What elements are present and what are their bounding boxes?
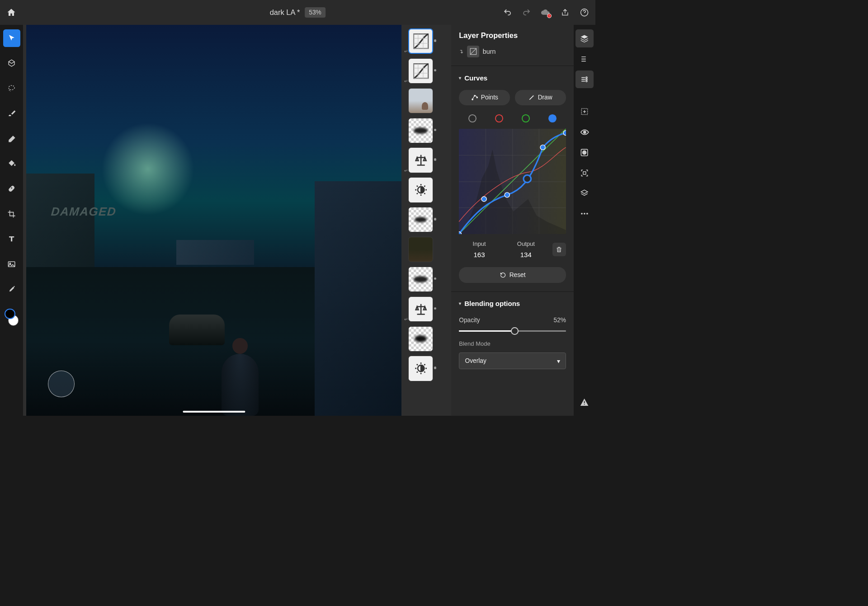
cloud-sync-icon[interactable]: !	[541, 7, 551, 17]
channel-blue[interactable]	[548, 114, 557, 122]
canvas-sign-text: DAMAGED	[51, 205, 117, 219]
left-toolbar	[0, 25, 23, 416]
crop-tool[interactable]	[3, 205, 20, 222]
brush-tool[interactable]	[3, 105, 20, 122]
svg-point-12	[476, 97, 478, 98]
layer-thumb-curves[interactable]	[408, 58, 433, 84]
output-value[interactable]: 134	[506, 251, 547, 258]
svg-point-22	[505, 193, 509, 197]
opacity-slider[interactable]	[459, 330, 566, 332]
layer-type-icon	[467, 46, 479, 57]
canvas[interactable]: DAMAGED	[26, 25, 401, 416]
properties-panel-icon[interactable]	[576, 70, 594, 89]
layer-target-icon[interactable]: ↴	[459, 48, 463, 55]
lasso-tool[interactable]	[3, 80, 20, 97]
layer-thumb-curves[interactable]	[408, 28, 433, 54]
input-value[interactable]: 163	[459, 251, 500, 258]
color-swatches[interactable]	[5, 309, 19, 326]
svg-point-27	[586, 79, 587, 80]
channel-selector	[451, 112, 574, 129]
svg-point-35	[584, 213, 585, 215]
transform-tool[interactable]	[3, 55, 20, 72]
svg-point-28	[586, 80, 587, 82]
channel-green[interactable]	[522, 114, 530, 122]
type-tool[interactable]	[3, 230, 20, 248]
svg-point-36	[586, 213, 588, 215]
eraser-tool[interactable]	[3, 130, 20, 147]
curves-section-header[interactable]: ▾ Curves	[451, 68, 574, 87]
layer-thumb-balance[interactable]	[408, 147, 433, 173]
svg-point-34	[581, 213, 583, 215]
svg-point-21	[481, 197, 486, 202]
channel-rgb[interactable]	[468, 114, 476, 122]
mask-panel-icon[interactable]	[576, 144, 594, 162]
redo-icon[interactable]	[522, 7, 532, 17]
layer-thumb-image[interactable]	[408, 88, 433, 113]
blend-mode-select[interactable]: Overlay ▾	[459, 352, 566, 369]
fill-tool[interactable]	[3, 155, 20, 172]
svg-point-1	[9, 85, 14, 90]
layer-strip: ↵ ↵ ↵ ↵	[401, 25, 435, 416]
layers-panel-icon[interactable]	[576, 29, 594, 47]
alert-badge-icon: !	[547, 14, 552, 18]
chevron-down-icon: ▾	[557, 357, 560, 365]
layer-name[interactable]: burn	[483, 48, 496, 55]
points-button[interactable]: Points	[459, 90, 510, 105]
layer-link-icon: ↵	[404, 49, 408, 54]
layer-actions-icon[interactable]	[576, 50, 594, 68]
properties-panel: Layer Properties ↴ burn ▾ Curves Points …	[451, 25, 574, 416]
visibility-icon[interactable]	[576, 123, 594, 141]
reset-button[interactable]: Reset	[459, 267, 566, 282]
share-icon[interactable]	[560, 7, 570, 17]
svg-point-32	[583, 150, 586, 154]
layer-thumb-brightness[interactable]	[408, 356, 433, 381]
heal-tool[interactable]	[3, 180, 20, 197]
foreground-color-swatch[interactable]	[5, 309, 15, 319]
svg-point-10	[472, 99, 473, 100]
canvas-area: DAMAGED ↵ ↵ ↵ ↵	[23, 25, 451, 416]
svg-point-11	[474, 95, 476, 97]
curves-graph[interactable]	[459, 129, 566, 234]
layer-thumb-brightness[interactable]	[408, 177, 433, 202]
chevron-down-icon: ▾	[459, 301, 461, 306]
help-icon[interactable]	[579, 7, 589, 17]
input-label: Input	[459, 240, 500, 247]
blend-mode-label: Blend Mode	[451, 338, 574, 349]
move-tool[interactable]	[3, 29, 20, 47]
add-layer-icon[interactable]	[576, 103, 594, 121]
opacity-value[interactable]: 52%	[554, 317, 566, 324]
right-rail	[574, 25, 595, 416]
place-image-tool[interactable]	[3, 255, 20, 272]
layer-thumb-mask[interactable]	[408, 267, 433, 292]
layer-link-icon: ↵	[404, 79, 408, 84]
warning-icon[interactable]	[576, 393, 594, 411]
layer-thumb-mask[interactable]	[408, 207, 433, 232]
delete-point-button[interactable]	[552, 243, 566, 256]
svg-point-26	[586, 77, 587, 78]
eyedropper-tool[interactable]	[3, 281, 20, 298]
document-title: dark LA *	[270, 8, 300, 17]
layer-thumb-mask[interactable]	[408, 118, 433, 143]
layer-thumb-mask[interactable]	[408, 326, 433, 352]
svg-point-30	[584, 131, 586, 133]
svg-point-25	[563, 131, 566, 136]
opacity-label: Opacity	[459, 317, 480, 324]
layer-thumb-image[interactable]	[408, 237, 433, 262]
styles-icon[interactable]	[576, 184, 594, 202]
svg-rect-33	[583, 172, 586, 174]
home-indicator	[183, 411, 245, 413]
layer-thumb-balance[interactable]	[408, 296, 433, 322]
panel-title: Layer Properties	[451, 31, 574, 46]
layer-link-icon: ↵	[404, 317, 408, 322]
more-icon[interactable]	[576, 205, 594, 223]
zoom-badge[interactable]: 53%	[305, 7, 326, 18]
svg-point-23	[524, 175, 531, 182]
output-label: Output	[506, 240, 547, 247]
touch-shortcut-icon[interactable]	[48, 371, 74, 397]
channel-red[interactable]	[495, 114, 503, 122]
draw-button[interactable]: Draw	[515, 90, 566, 105]
undo-icon[interactable]	[502, 7, 512, 17]
blending-section-header[interactable]: ▾ Blending options	[451, 294, 574, 313]
bounds-icon[interactable]	[576, 164, 594, 182]
home-icon[interactable]	[6, 7, 16, 17]
